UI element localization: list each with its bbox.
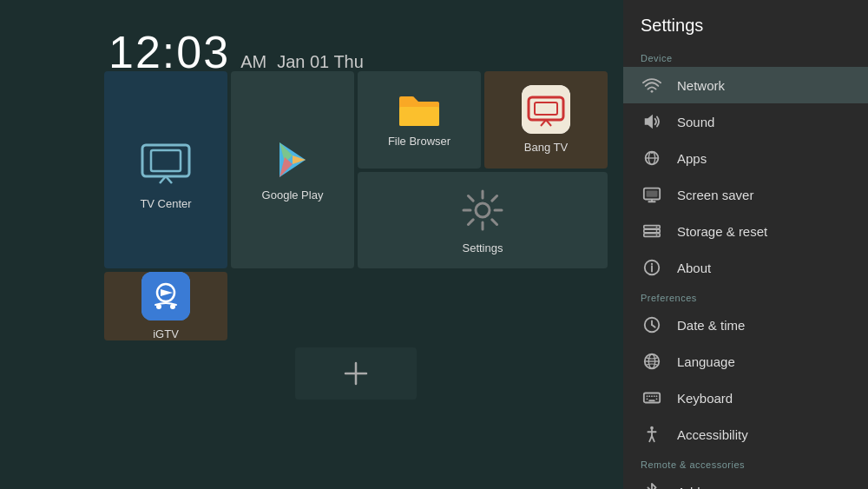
keyboard-icon	[641, 387, 663, 409]
google-play-label: Google Play	[262, 188, 324, 202]
about-label: About	[677, 261, 711, 275]
accessibility-label: Accessibility	[677, 427, 748, 442]
settings-item-apps[interactable]: Apps	[623, 140, 868, 176]
app-tile-google-play[interactable]: Google Play	[231, 71, 354, 268]
sound-icon	[641, 110, 663, 133]
accessibility-icon	[641, 423, 663, 446]
svg-rect-14	[141, 272, 190, 320]
info-icon	[641, 256, 663, 279]
date-time-label: Date & time	[677, 318, 745, 333]
bang-tv-label: Bang TV	[524, 141, 568, 154]
svg-point-34	[656, 227, 658, 228]
apps-icon	[641, 147, 663, 169]
gtv-icon	[141, 272, 190, 320]
settings-title: Settings	[623, 0, 868, 46]
settings-item-accessibility[interactable]: Accessibility	[623, 416, 868, 453]
file-browser-icon	[398, 91, 441, 128]
app-grid: TV Center Bang TV G	[104, 71, 608, 340]
svg-rect-32	[644, 229, 660, 233]
svg-point-39	[651, 263, 653, 265]
clock-area: 12:03 AM Jan 01 Thu	[108, 26, 364, 78]
add-row	[104, 347, 608, 400]
storage-icon	[641, 220, 663, 242]
app-tile-tv-center[interactable]: TV Center	[104, 71, 227, 268]
tv-center-icon	[135, 129, 196, 190]
app-tile-file-browser[interactable]: File Browser	[358, 71, 481, 169]
language-icon	[641, 350, 663, 373]
svg-rect-31	[644, 226, 660, 229]
svg-rect-1	[151, 150, 181, 171]
svg-point-26	[651, 151, 654, 154]
network-icon	[641, 74, 663, 96]
svg-point-16	[156, 304, 161, 309]
clock-date: Jan 01 Thu	[277, 52, 364, 72]
app-tile-gtv[interactable]: iGTV	[104, 272, 227, 340]
settings-item-language[interactable]: Language	[623, 343, 868, 380]
screen-saver-icon	[641, 183, 663, 206]
settings-item-about[interactable]: About	[623, 249, 868, 286]
settings-tile-label: Settings	[463, 241, 503, 254]
gtv-label: iGTV	[153, 327, 179, 340]
storage-label: Storage & reset	[677, 224, 767, 239]
add-app-button[interactable]	[295, 347, 417, 400]
bluetooth-icon	[641, 480, 663, 489]
settings-item-storage[interactable]: Storage & reset	[623, 213, 868, 249]
language-label: Language	[677, 354, 735, 369]
svg-point-18	[476, 203, 490, 217]
svg-rect-30	[647, 190, 658, 196]
clock-icon	[641, 314, 663, 336]
bang-tv-icon	[522, 85, 570, 134]
network-label: Network	[677, 78, 725, 93]
screen-saver-label: Screen saver	[677, 188, 753, 202]
svg-marker-22	[645, 115, 653, 129]
clock-ampm: AM	[240, 52, 266, 72]
app-tile-settings[interactable]: Settings	[358, 172, 608, 269]
svg-point-17	[170, 304, 175, 309]
section-device-label: Device	[623, 46, 868, 67]
settings-item-sound[interactable]: Sound	[623, 103, 868, 140]
settings-item-keyboard[interactable]: Keyboard	[623, 380, 868, 416]
svg-rect-13	[399, 107, 439, 126]
sound-label: Sound	[677, 115, 714, 129]
svg-point-36	[656, 235, 658, 236]
google-play-icon	[271, 138, 314, 182]
settings-panel: Settings Device Network Sound	[623, 0, 868, 489]
apps-label: Apps	[677, 151, 707, 166]
settings-item-screen-saver[interactable]: Screen saver	[623, 176, 868, 213]
clock-time: 12:03	[108, 26, 230, 78]
svg-rect-33	[644, 234, 660, 237]
keyboard-label: Keyboard	[677, 391, 733, 406]
svg-line-59	[652, 436, 654, 441]
add-accessory-label: Add accessory	[677, 485, 762, 490]
settings-item-network[interactable]: Network	[623, 67, 868, 103]
file-browser-label: File Browser	[388, 135, 450, 148]
tv-center-label: TV Center	[140, 197, 191, 210]
settings-tile-icon	[458, 186, 507, 235]
svg-point-35	[656, 230, 658, 232]
settings-item-add-accessory[interactable]: Add accessory	[623, 473, 868, 489]
section-preferences-label: Preferences	[623, 286, 868, 307]
svg-point-21	[651, 90, 654, 93]
section-remote-label: Remote & accessories	[623, 453, 868, 473]
add-icon	[340, 358, 372, 389]
main-panel: 12:03 AM Jan 01 Thu TV Center	[0, 0, 623, 489]
svg-line-42	[652, 325, 655, 327]
settings-item-date-time[interactable]: Date & time	[623, 307, 868, 343]
app-tile-bang-tv[interactable]: Bang TV	[484, 71, 608, 169]
